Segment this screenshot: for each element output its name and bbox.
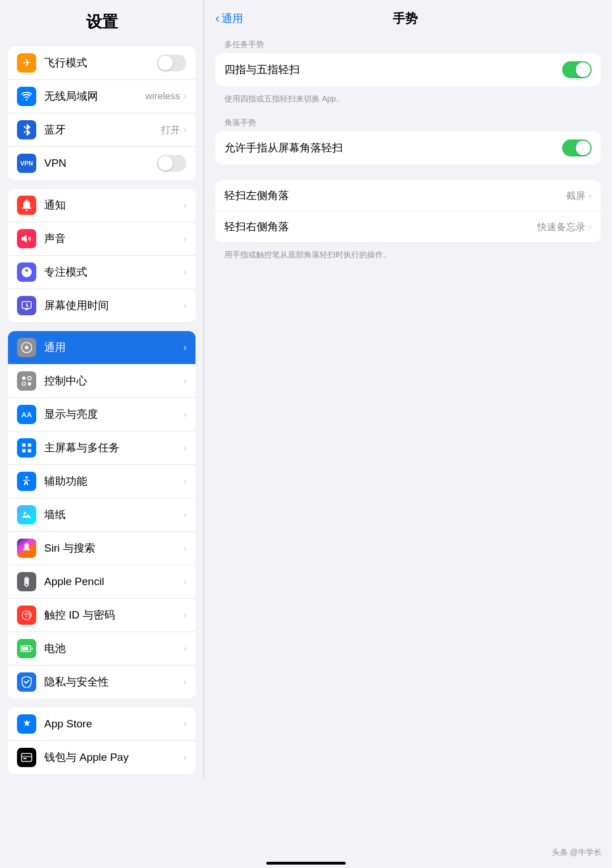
svg-point-5 <box>22 382 26 386</box>
sidebar-item-focus[interactable]: 专注模式 › <box>8 256 196 289</box>
sidebar-item-appstore[interactable]: App Store › <box>8 708 196 741</box>
sidebar-item-battery[interactable]: 电池 › <box>8 632 196 666</box>
corner-assign-group: 轻扫左侧角落 截屏 › 轻扫右侧角落 快速备忘录 › <box>215 180 601 242</box>
battery-label: 电池 <box>44 641 184 656</box>
sound-label: 声音 <box>44 231 184 246</box>
wifi-chevron: › <box>184 91 186 101</box>
airplane-icon: ✈ <box>17 53 36 73</box>
siri-icon <box>17 539 36 558</box>
bluetooth-chevron: › <box>184 125 186 135</box>
general-chevron: › <box>184 342 186 353</box>
sidebar-item-wallpaper[interactable]: 墙纸 › <box>8 498 196 532</box>
display-chevron: › <box>184 409 186 420</box>
swipe-left-chevron: › <box>589 190 592 201</box>
svg-rect-8 <box>28 443 31 447</box>
wifi-label: 无线局域网 <box>44 89 145 104</box>
privacy-chevron: › <box>184 677 186 687</box>
airplane-toggle[interactable] <box>157 54 186 71</box>
display-icon: AA <box>17 405 36 424</box>
sidebar-item-accessibility[interactable]: 辅助功能 › <box>8 465 196 498</box>
sidebar: 设置 ✈ 飞行模式 无线局域网 wireless › <box>0 0 204 778</box>
battery-icon <box>17 639 36 658</box>
sidebar-item-vpn[interactable]: VPN VPN <box>8 147 196 180</box>
apps-group: App Store › 钱包与 Apple Pay › <box>8 708 196 774</box>
sidebar-item-wifi[interactable]: 无线局域网 wireless › <box>8 80 196 113</box>
sidebar-item-notifications[interactable]: 通知 › <box>8 189 196 222</box>
right-panel: ‹ 通用 手势 多任务手势 四指与五指轻扫 使用四指或五指轻扫来切换 App。 … <box>204 0 612 269</box>
bluetooth-value: 打开 <box>161 124 180 137</box>
svg-point-14 <box>26 577 28 578</box>
sidebar-item-screentime[interactable]: 屏幕使用时间 › <box>8 289 196 322</box>
vpn-label: VPN <box>44 157 157 170</box>
general-icon <box>17 338 36 357</box>
privacy-label: 隐私与安全性 <box>44 675 184 689</box>
bluetooth-icon <box>17 120 36 139</box>
sidebar-item-wallet[interactable]: 钱包与 Apple Pay › <box>8 741 196 774</box>
sidebar-item-homescreen[interactable]: 主屏幕与多任务 › <box>8 431 196 465</box>
vpn-icon: VPN <box>17 154 36 173</box>
sidebar-item-controlcenter[interactable]: 控制中心 › <box>8 365 196 398</box>
sidebar-item-bluetooth[interactable]: 蓝牙 打开 › <box>8 113 196 147</box>
corner-assign-footer: 用手指或触控笔从底部角落轻扫时执行的操作。 <box>215 247 601 269</box>
sidebar-item-display[interactable]: AA 显示与亮度 › <box>8 398 196 431</box>
pencil-icon <box>17 572 36 591</box>
homescreen-icon <box>17 438 36 458</box>
svg-rect-10 <box>28 449 31 452</box>
accessibility-label: 辅助功能 <box>44 474 184 489</box>
svg-rect-9 <box>22 449 26 452</box>
focus-label: 专注模式 <box>44 265 184 280</box>
wallet-icon <box>17 748 36 767</box>
sidebar-item-touchid[interactable]: 触控 ID 与密码 › <box>8 599 196 632</box>
corner-swipe-item[interactable]: 允许手指从屏幕角落轻扫 <box>215 132 601 164</box>
homescreen-chevron: › <box>184 443 186 453</box>
touchid-icon <box>17 606 36 625</box>
right-content: 多任务手势 四指与五指轻扫 使用四指或五指轻扫来切换 App。 角落手势 允许手… <box>204 35 612 269</box>
section-header-multitask: 多任务手势 <box>215 35 601 53</box>
sidebar-item-pencil[interactable]: Apple Pencil › <box>8 565 196 599</box>
accessibility-icon <box>17 472 36 491</box>
sidebar-item-general[interactable]: 通用 › <box>8 331 196 365</box>
back-button[interactable]: ‹ 通用 <box>215 11 243 26</box>
focus-chevron: › <box>184 267 186 277</box>
swipe-right-item[interactable]: 轻扫右侧角落 快速备忘录 › <box>215 211 601 242</box>
sidebar-title: 设置 <box>0 0 203 42</box>
notification-group: 通知 › 声音 › 专注模式 <box>8 189 196 322</box>
notifications-icon <box>17 196 36 215</box>
wallet-label: 钱包与 Apple Pay <box>44 750 184 765</box>
sidebar-item-siri[interactable]: Siri 与搜索 › <box>8 532 196 565</box>
privacy-icon <box>17 672 36 692</box>
sidebar-item-sound[interactable]: 声音 › <box>8 222 196 256</box>
swipe-right-value: 快速备忘录 <box>537 221 585 234</box>
airplane-label: 飞行模式 <box>44 56 157 70</box>
multitask-group: 四指与五指轻扫 <box>215 53 601 86</box>
appstore-icon <box>17 714 36 734</box>
multitask-footer: 使用四指或五指轻扫来切换 App。 <box>215 91 601 113</box>
svg-rect-16 <box>22 647 28 650</box>
svg-rect-19 <box>23 758 27 759</box>
multitask-swipe-item[interactable]: 四指与五指轻扫 <box>215 53 601 86</box>
general-group: 通用 › 控制中心 › AA 显示与亮度 <box>8 331 196 698</box>
screentime-icon <box>17 296 36 315</box>
swipe-right-chevron: › <box>589 222 592 232</box>
svg-point-2 <box>25 346 28 349</box>
vpn-toggle[interactable] <box>157 155 186 172</box>
wallpaper-icon <box>17 505 36 524</box>
svg-point-3 <box>22 376 26 380</box>
wallpaper-chevron: › <box>184 510 186 520</box>
notifications-label: 通知 <box>44 198 184 213</box>
multitask-toggle[interactable] <box>562 61 592 78</box>
svg-rect-18 <box>22 756 32 757</box>
network-group: ✈ 飞行模式 无线局域网 wireless › <box>8 46 196 180</box>
swipe-left-label: 轻扫左侧角落 <box>224 188 566 203</box>
controlcenter-icon <box>17 371 36 391</box>
wifi-icon <box>17 87 36 106</box>
sidebar-item-airplane[interactable]: ✈ 飞行模式 <box>8 46 196 80</box>
homescreen-label: 主屏幕与多任务 <box>44 441 184 455</box>
sound-chevron: › <box>184 234 186 244</box>
corner-toggle[interactable] <box>562 139 592 156</box>
accessibility-chevron: › <box>184 476 186 486</box>
touchid-chevron: › <box>184 610 186 620</box>
swipe-left-item[interactable]: 轻扫左侧角落 截屏 › <box>215 180 601 211</box>
sidebar-item-privacy[interactable]: 隐私与安全性 › <box>8 666 196 698</box>
battery-chevron: › <box>184 643 186 654</box>
